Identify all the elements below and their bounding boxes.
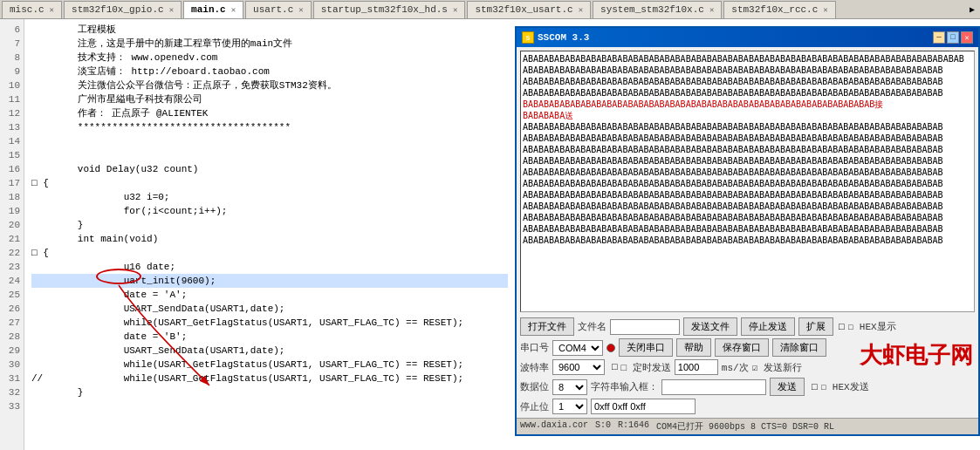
statusbar-r: R:1646 <box>618 420 649 433</box>
char-input-label: 字符串输入框： <box>591 380 658 393</box>
code-lines: 6789101112131415161718192021222324252627… <box>0 19 515 450</box>
port-select[interactable]: COM4 <box>552 340 603 356</box>
display-line: ABABABABABABABABABABABABABABABABABABABAB… <box>523 144 972 155</box>
tab-main[interactable]: main.c ✕ <box>183 1 243 18</box>
sscom-row-5: 停止位 1 <box>520 399 975 414</box>
send-file-button[interactable]: 发送文件 <box>683 317 737 336</box>
tab-rcc[interactable]: stm32f10x_rcc.c ✕ <box>723 1 835 18</box>
tab-close-gpio[interactable]: ✕ <box>169 5 174 15</box>
display-line: ABABABABABABABABABABABABABABABABABABABAB… <box>523 87 972 99</box>
tab-close-rcc[interactable]: ✕ <box>823 5 827 15</box>
tab-usart-c[interactable]: stm32f10x_usart.c ✕ <box>467 1 591 18</box>
line-number: 32 <box>3 385 20 399</box>
fixed-send-check: □ <box>612 362 618 372</box>
brand-text: 大虾电子网 <box>860 340 973 371</box>
databits-select[interactable]: 8 <box>552 379 587 395</box>
help-button[interactable]: 帮助 <box>676 338 711 357</box>
port-label: 串口号 <box>520 341 549 354</box>
line-number: 7 <box>3 37 20 51</box>
filename-label: 文件名 <box>578 320 607 333</box>
close-port-button[interactable]: 关闭串口 <box>619 338 673 357</box>
window-buttons: ─ □ ✕ <box>933 31 973 44</box>
interval-input[interactable] <box>675 359 718 375</box>
code-line: 工程模板 <box>31 23 508 37</box>
line-number: 24 <box>3 274 20 288</box>
sscom-title-text: SSCOM 3.3 <box>538 32 589 43</box>
minimize-button[interactable]: ─ <box>933 31 945 44</box>
tab-startup[interactable]: startup_stm32f10x_hd.s ✕ <box>313 1 466 18</box>
code-editor: 6789101112131415161718192021222324252627… <box>0 19 515 450</box>
code-line: 技术支持： www.openedv.com <box>31 51 508 65</box>
sscom-display[interactable]: ABABABABABABABABABABABABABABABABABABABAB… <box>520 51 975 312</box>
open-file-button[interactable]: 打开文件 <box>520 317 574 336</box>
code-line <box>31 134 508 148</box>
tab-close-startup[interactable]: ✕ <box>453 5 457 15</box>
tab-close-main[interactable]: ✕ <box>231 5 236 15</box>
code-line <box>31 148 508 162</box>
filename-input[interactable] <box>610 319 680 335</box>
line-number: 13 <box>3 120 20 134</box>
send-button[interactable]: 发送 <box>770 378 805 396</box>
tab-usart[interactable]: usart.c ✕ <box>245 1 312 18</box>
tab-system[interactable]: system_stm32f10x.c ✕ <box>593 1 722 18</box>
code-line: int main(void) <box>31 232 508 246</box>
line-number: 9 <box>3 65 20 78</box>
close-button[interactable]: ✕ <box>961 31 973 44</box>
line-number: 29 <box>3 344 20 358</box>
expand-button[interactable]: 扩展 <box>798 317 833 336</box>
sscom-titlebar: S SSCOM 3.3 ─ □ ✕ <box>517 28 978 47</box>
code-line: date = 'B'; <box>31 330 508 344</box>
clear-window-button[interactable]: 清除窗口 <box>772 338 826 357</box>
save-window-button[interactable]: 保存窗口 <box>715 338 769 357</box>
hex-send-check: □ <box>812 382 818 392</box>
tab-close-usart-c[interactable]: ✕ <box>579 5 583 15</box>
tab-close-misc[interactable]: ✕ <box>50 5 54 15</box>
line-number: 19 <box>3 204 20 218</box>
line-number: 33 <box>3 399 20 413</box>
tab-misc[interactable]: misc.c ✕ <box>2 1 62 18</box>
code-line: 广州市星縊电子科技有限公司 <box>31 92 508 106</box>
code-line: uart_init(9600); <box>31 274 508 288</box>
code-line: while(USART_GetFlagStatus(USART1, USART_… <box>31 316 508 330</box>
line-number: 10 <box>3 78 20 92</box>
stopbits-select[interactable]: 1 <box>552 399 587 414</box>
line-number: 8 <box>3 51 20 65</box>
line-number: 17 <box>3 176 20 190</box>
sscom-app-icon: S <box>522 31 534 44</box>
line-number: 25 <box>3 288 20 302</box>
display-line: ABABABABABABABABABABABABABABABABABABABAB… <box>523 133 972 144</box>
line-number: 14 <box>3 134 20 148</box>
display-line: ABABABABABABABABABABABABABABABABABABABAB… <box>523 121 972 133</box>
line-number: 28 <box>3 330 20 344</box>
char-input-field[interactable] <box>661 379 766 395</box>
code-line: 注意，这是手册中的新建工程章节使用的main文件 <box>31 37 508 51</box>
line-number: 16 <box>3 162 20 176</box>
sscom-row-4: 数据位 8 字符串输入框： 发送 □ ☐ HEX发送 <box>520 378 975 396</box>
databits-label: 数据位 <box>520 380 549 393</box>
tab-gpio[interactable]: stm32f10x_gpio.c ✕ <box>64 1 182 18</box>
tab-close-system[interactable]: ✕ <box>709 5 714 15</box>
code-line: u32 i=0; <box>31 190 508 204</box>
hex-send-label: ☐ HEX发送 <box>821 380 869 393</box>
code-line: □ { <box>31 246 508 260</box>
stop-input-field[interactable] <box>591 399 696 414</box>
stop-send-button[interactable]: 停止发送 <box>741 317 795 336</box>
sscom-row-1: 打开文件 文件名 发送文件 停止发送 扩展 □ ☐ HEX显示 <box>520 317 975 336</box>
display-line: ABABABABABABABABABABABABABABABABABABABAB… <box>523 223 972 235</box>
line-numbers: 6789101112131415161718192021222324252627… <box>0 19 24 450</box>
code-line: for(;i<count;i++); <box>31 204 508 218</box>
fixed-send-label: □ 定时发送 <box>621 361 671 374</box>
maximize-button[interactable]: □ <box>947 31 959 44</box>
display-line: ABABABABABABABABABABABABABABABABABABABAB… <box>523 189 972 201</box>
sscom-title-left: S SSCOM 3.3 <box>522 31 589 44</box>
line-number: 18 <box>3 190 20 204</box>
tab-scroll-arrow[interactable]: ▶ <box>966 4 978 15</box>
interval-unit: ms/次 <box>722 361 749 374</box>
display-line: ABABABABABABABABABABABABABABABABABABABAB… <box>523 178 972 189</box>
code-line: date = 'A'; <box>31 288 508 302</box>
display-line: ABABABABABABABABABABABABABABABABABABABAB… <box>523 76 972 87</box>
code-line: void Delay(u32 count) <box>31 162 508 176</box>
code-content[interactable]: 工程模板 注意，这是手册中的新建工程章节使用的main文件 技术支持： www.… <box>24 19 515 450</box>
tab-close-usart[interactable]: ✕ <box>298 5 303 15</box>
baud-select[interactable]: 9600 115200 38400 <box>552 359 605 375</box>
